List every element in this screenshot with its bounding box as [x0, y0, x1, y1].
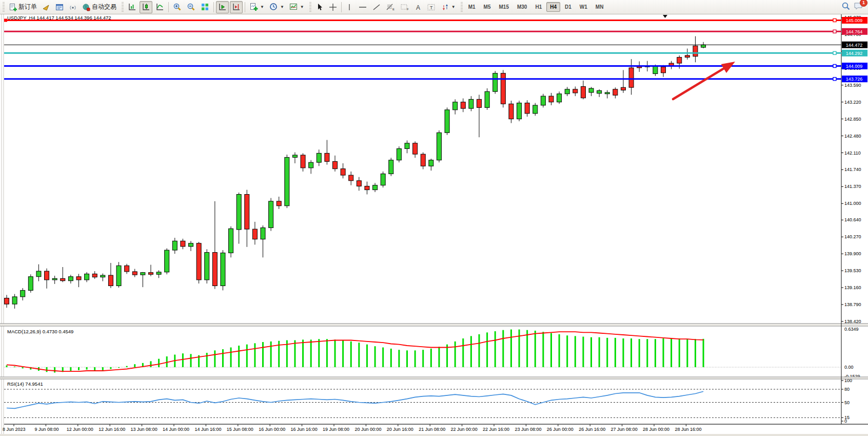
chevron-down-icon: ▼: [280, 5, 284, 9]
auto-trading-button[interactable]: 自动交易: [80, 1, 119, 13]
svg-text:A: A: [416, 4, 420, 11]
pane-divider[interactable]: [0, 377, 868, 379]
candle-body: [172, 241, 177, 250]
macd-histogram-bar: [110, 367, 111, 369]
signal-antenna-icon: [69, 3, 77, 11]
chart-background: [0, 14, 868, 436]
candle-body: [28, 277, 33, 291]
new-order-button[interactable]: 新订单: [7, 1, 39, 13]
price-axis-label: 141.370: [844, 184, 861, 189]
toolbar-grip[interactable]: [122, 2, 124, 12]
candle-body: [45, 271, 49, 280]
market-watch-button[interactable]: [53, 1, 66, 13]
candle-body: [421, 154, 425, 166]
timeframe-H4[interactable]: H4: [546, 2, 560, 12]
macd-histogram-bar: [70, 367, 71, 371]
chart-shift-button[interactable]: [230, 1, 243, 13]
signals-button[interactable]: [67, 1, 79, 13]
search-icon[interactable]: [841, 2, 851, 13]
timeframe-H1[interactable]: H1: [531, 2, 545, 12]
macd-histogram-bar: [46, 367, 48, 372]
cursor-tool-button[interactable]: [313, 1, 326, 13]
text-tool-button[interactable]: A: [412, 1, 424, 13]
cursor-arrow-icon: [315, 3, 324, 11]
candlestick-mode-button[interactable]: [140, 1, 152, 13]
fibonacci-tool-button[interactable]: E: [384, 1, 397, 13]
timeframe-M5[interactable]: M5: [480, 2, 495, 12]
time-axis-label: 19 Jun 08:00: [323, 427, 349, 432]
vertical-line-icon: [346, 3, 353, 11]
tile-windows-button[interactable]: [199, 1, 211, 13]
arrows-tool-button[interactable]: ▼: [439, 1, 458, 13]
zoom-out-button[interactable]: [185, 1, 198, 13]
market-watch-icon: [55, 3, 64, 11]
macd-histogram-bar: [78, 367, 80, 370]
price-axis-label: 139.160: [844, 285, 861, 290]
timeframe-MN[interactable]: MN: [592, 2, 607, 12]
candle-body: [621, 87, 625, 90]
periods-button[interactable]: ▼: [267, 1, 286, 13]
candle-body: [116, 266, 121, 286]
line-anchor[interactable]: [833, 51, 836, 54]
indicators-button[interactable]: ▼: [247, 1, 266, 13]
toolbar-grip[interactable]: [309, 2, 311, 12]
macd-histogram-bar: [342, 340, 344, 367]
candle-body: [533, 105, 538, 113]
price-axis-label: 138.420: [844, 319, 861, 324]
line-anchor[interactable]: [833, 64, 836, 67]
time-axis-label: 20 Jun 16:00: [387, 427, 413, 432]
candle-body: [36, 271, 41, 277]
line-chart-mode-button[interactable]: [153, 1, 166, 13]
macd-histogram-bar: [334, 339, 336, 367]
candle-body: [277, 201, 281, 206]
macd-histogram-bar: [86, 367, 88, 370]
macd-histogram-bar: [190, 354, 192, 367]
line-anchor[interactable]: [4, 18, 7, 22]
zoom-in-button[interactable]: [171, 1, 184, 13]
price-axis-label: 142.850: [844, 117, 861, 122]
line-anchor[interactable]: [833, 18, 836, 22]
macd-histogram-bar: [22, 367, 24, 368]
main-toolbar: 新订单 自动交易: [0, 0, 868, 14]
timeframe-W1[interactable]: W1: [576, 2, 591, 12]
candle-body: [517, 103, 522, 119]
channel-grid-icon: F: [400, 3, 409, 11]
macd-histogram-bar: [606, 338, 608, 367]
candle-body: [76, 277, 81, 280]
rsi-scale-label: 50: [844, 400, 850, 405]
candle-body: [61, 278, 65, 280]
history-center-button[interactable]: [40, 1, 52, 13]
time-axis-label: 8 Jun 2023: [3, 427, 26, 432]
candle-body: [541, 96, 545, 105]
pane-divider[interactable]: [0, 324, 868, 326]
chart-canvas[interactable]: 145.070144.700144.330143.960143.590143.2…: [0, 0, 868, 436]
crosshair-tool-button[interactable]: [327, 1, 339, 13]
bar-chart-mode-button[interactable]: [126, 1, 139, 13]
toolbar-grip[interactable]: [461, 2, 463, 12]
timeframe-D1[interactable]: D1: [561, 2, 575, 12]
timeframe-M1[interactable]: M1: [465, 2, 479, 12]
candle-body: [565, 89, 569, 94]
time-axis-label: 16 Jun 16:00: [291, 427, 318, 432]
notifications-button[interactable]: 1: [854, 2, 864, 13]
horizontal-line-tool-button[interactable]: [356, 1, 369, 13]
fibonacci-icon: E: [386, 3, 395, 11]
candle-body: [357, 181, 361, 186]
label-tool-button[interactable]: T: [425, 1, 438, 13]
price-tag-label: 144.292: [846, 51, 863, 56]
timeframe-M30[interactable]: M30: [514, 2, 530, 12]
timeframe-M15[interactable]: M15: [496, 2, 512, 12]
line-anchor[interactable]: [833, 78, 836, 81]
chevron-down-icon: ▼: [260, 5, 264, 9]
macd-label: MACD(12,26,9) 0.4730 0.4549: [7, 329, 73, 334]
channel-tool-button[interactable]: F: [398, 1, 411, 13]
trendline-tool-button[interactable]: [370, 1, 383, 13]
toolbar-grip[interactable]: [3, 2, 5, 12]
trendline-icon: [372, 3, 381, 11]
macd-histogram-bar: [462, 338, 464, 367]
templates-button[interactable]: ▼: [287, 1, 306, 13]
vertical-line-tool-button[interactable]: [344, 1, 355, 13]
line-anchor[interactable]: [833, 30, 836, 33]
candle-body: [245, 195, 249, 230]
auto-scroll-button[interactable]: [216, 1, 229, 13]
